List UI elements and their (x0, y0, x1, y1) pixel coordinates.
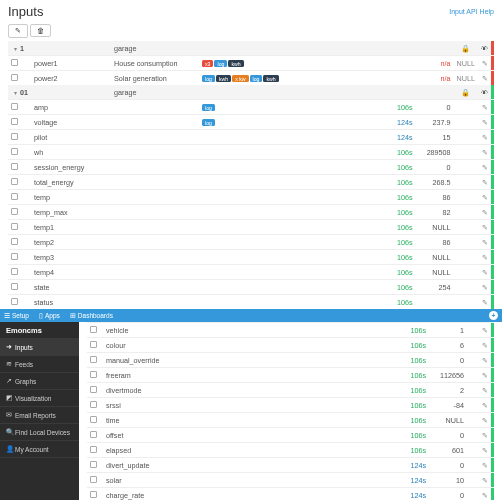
delete-button[interactable]: 🗑 (30, 24, 51, 37)
row-checkbox[interactable] (11, 253, 18, 260)
config-icon[interactable]: ✎ (482, 462, 488, 469)
row-checkbox[interactable] (11, 238, 18, 245)
row-checkbox[interactable] (11, 59, 18, 66)
sidebar-item-email-reports[interactable]: ✉Email Reports (0, 407, 79, 424)
row-checkbox[interactable] (11, 298, 18, 305)
input-row[interactable]: divertmode 106s 2 ✎ (87, 383, 494, 398)
config-icon[interactable]: ✎ (482, 209, 488, 216)
config-icon[interactable]: ✎ (482, 342, 488, 349)
config-icon[interactable]: ✎ (482, 299, 488, 306)
config-icon[interactable]: ✎ (482, 164, 488, 171)
nav-dashboards[interactable]: ⊞Dashboards (70, 312, 113, 320)
config-icon[interactable]: ✎ (482, 75, 488, 82)
config-icon[interactable]: ✎ (482, 119, 488, 126)
device-group-row[interactable]: ▾01 garage 🔒 👁 (8, 85, 494, 100)
input-row[interactable]: solar 124s 10 ✎ (87, 473, 494, 488)
row-checkbox[interactable] (90, 416, 97, 423)
row-checkbox[interactable] (11, 193, 18, 200)
config-icon[interactable]: ✎ (482, 477, 488, 484)
row-checkbox[interactable] (11, 208, 18, 215)
config-icon[interactable]: ✎ (482, 402, 488, 409)
config-icon[interactable]: ✎ (482, 104, 488, 111)
row-checkbox[interactable] (11, 163, 18, 170)
config-icon[interactable]: ✎ (482, 357, 488, 364)
config-icon[interactable]: ✎ (482, 327, 488, 334)
config-icon[interactable]: ✎ (482, 254, 488, 261)
config-icon[interactable]: ✎ (482, 60, 488, 67)
row-checkbox[interactable] (90, 476, 97, 483)
row-checkbox[interactable] (11, 148, 18, 155)
input-row[interactable]: time 106s NULL ✎ (87, 413, 494, 428)
api-help-link[interactable]: Input API Help (449, 8, 494, 15)
config-icon[interactable]: ✎ (482, 372, 488, 379)
row-checkbox[interactable] (90, 356, 97, 363)
input-row[interactable]: elapsed 106s 601 ✎ (87, 443, 494, 458)
row-checkbox[interactable] (11, 223, 18, 230)
sidebar-item-feeds[interactable]: ≋Feeds (0, 356, 79, 373)
config-icon[interactable]: ✎ (482, 284, 488, 291)
input-row[interactable]: session_energy 106s 0 ✎ (8, 160, 494, 175)
row-checkbox[interactable] (90, 326, 97, 333)
row-checkbox[interactable] (11, 103, 18, 110)
input-row[interactable]: temp 106s 86 ✎ (8, 190, 494, 205)
row-checkbox[interactable] (90, 386, 97, 393)
input-row[interactable]: power2 Solar generation logkwhx kwlogkwh… (8, 71, 494, 86)
config-icon[interactable]: ✎ (482, 179, 488, 186)
sidebar-item-inputs[interactable]: ➜Inputs (0, 339, 79, 356)
input-row[interactable]: temp1 106s NULL ✎ (8, 220, 494, 235)
config-icon[interactable]: ✎ (482, 269, 488, 276)
sidebar-item-graphs[interactable]: ↗Graphs (0, 373, 79, 390)
nav-apps[interactable]: ▯Apps (39, 312, 60, 320)
config-icon[interactable]: ✎ (482, 447, 488, 454)
input-row[interactable]: power1 House consumption x3logkwh n/a NU… (8, 56, 494, 71)
sidebar-item-visualization[interactable]: ◩Visualization (0, 390, 79, 407)
config-icon[interactable]: ✎ (482, 492, 488, 499)
device-group-row[interactable]: ▾1 garage 🔒 👁 (8, 41, 494, 56)
row-checkbox[interactable] (11, 118, 18, 125)
input-row[interactable]: divert_update 124s 0 ✎ (87, 458, 494, 473)
input-row[interactable]: wh 106s 289508 ✎ (8, 145, 494, 160)
input-row[interactable]: charge_rate 124s 0 ✎ (87, 488, 494, 501)
lock-icon[interactable]: 🔒 (461, 88, 470, 97)
config-icon[interactable]: ✎ (482, 239, 488, 246)
row-checkbox[interactable] (90, 341, 97, 348)
input-row[interactable]: manual_override 106s 0 ✎ (87, 353, 494, 368)
input-row[interactable]: temp3 106s NULL ✎ (8, 250, 494, 265)
row-checkbox[interactable] (90, 431, 97, 438)
config-icon[interactable]: ✎ (482, 417, 488, 424)
row-checkbox[interactable] (11, 268, 18, 275)
row-checkbox[interactable] (90, 446, 97, 453)
row-checkbox[interactable] (90, 461, 97, 468)
input-row[interactable]: temp2 106s 86 ✎ (8, 235, 494, 250)
input-row[interactable]: offset 106s 0 ✎ (87, 428, 494, 443)
eye-icon[interactable]: 👁 (481, 88, 488, 97)
input-row[interactable]: status 106s ✎ (8, 295, 494, 310)
config-icon[interactable]: ✎ (482, 194, 488, 201)
sidebar-item-find-local-devices[interactable]: 🔍Find Local Devices (0, 424, 79, 441)
row-checkbox[interactable] (11, 178, 18, 185)
config-icon[interactable]: ✎ (482, 134, 488, 141)
row-checkbox[interactable] (11, 133, 18, 140)
config-icon[interactable]: ✎ (482, 432, 488, 439)
input-row[interactable]: pilot 124s 15 ✎ (8, 130, 494, 145)
sidebar-item-my-account[interactable]: 👤My Account (0, 441, 79, 458)
edit-button[interactable]: ✎ (8, 24, 28, 38)
config-icon[interactable]: ✎ (482, 224, 488, 231)
input-row[interactable]: total_energy 106s 268.5 ✎ (8, 175, 494, 190)
input-row[interactable]: state 106s 254 ✎ (8, 280, 494, 295)
input-row[interactable]: temp_max 106s 82 ✎ (8, 205, 494, 220)
input-row[interactable]: vehicle 106s 1 ✎ (87, 323, 494, 338)
lock-icon[interactable]: 🔒 (461, 44, 470, 53)
input-row[interactable]: voltage log 124s 237.9 ✎ (8, 115, 494, 130)
input-row[interactable]: colour 106s 6 ✎ (87, 338, 494, 353)
input-row[interactable]: freeram 106s 112656 ✎ (87, 368, 494, 383)
row-checkbox[interactable] (11, 74, 18, 81)
config-icon[interactable]: ✎ (482, 149, 488, 156)
row-checkbox[interactable] (90, 491, 97, 498)
config-icon[interactable]: ✎ (482, 387, 488, 394)
row-checkbox[interactable] (90, 401, 97, 408)
row-checkbox[interactable] (90, 371, 97, 378)
input-row[interactable]: temp4 106s NULL ✎ (8, 265, 494, 280)
nav-add-button[interactable]: + (489, 311, 498, 320)
input-row[interactable]: srssi 106s -84 ✎ (87, 398, 494, 413)
